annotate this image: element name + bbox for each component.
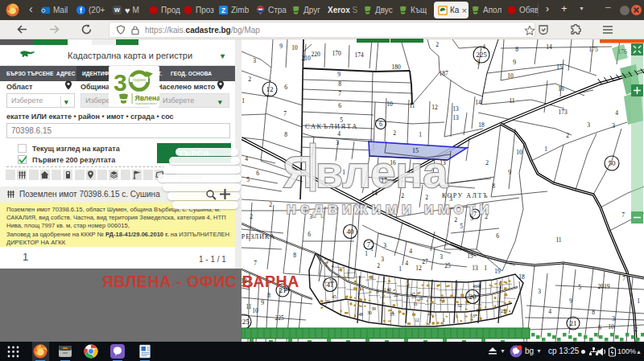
svg-text:6: 6 (338, 102, 341, 109)
svg-text:174: 174 (354, 51, 364, 59)
svg-text:210: 210 (301, 55, 311, 62)
svg-text:7: 7 (254, 260, 257, 267)
svg-text:225: 225 (242, 318, 250, 326)
svg-text:14: 14 (546, 43, 552, 51)
svg-text:8: 8 (377, 289, 379, 294)
svg-text:4: 4 (332, 264, 334, 269)
svg-text:6: 6 (496, 232, 499, 240)
svg-text:1: 1 (484, 265, 487, 272)
svg-text:9: 9 (261, 299, 264, 306)
svg-text:2: 2 (454, 216, 457, 224)
svg-text:8: 8 (592, 309, 595, 316)
svg-text:25: 25 (427, 311, 432, 316)
svg-text:8: 8 (293, 252, 296, 259)
svg-text:7: 7 (621, 211, 625, 219)
svg-text:3: 3 (253, 57, 256, 64)
svg-text:11: 11 (555, 236, 561, 244)
svg-text:3: 3 (612, 122, 615, 129)
svg-text:W: W (114, 6, 120, 14)
svg-text:11: 11 (409, 102, 415, 109)
svg-text:12: 12 (266, 85, 274, 93)
svg-text:7: 7 (283, 110, 287, 117)
svg-text:40: 40 (347, 228, 355, 236)
svg-text:13: 13 (452, 114, 459, 121)
svg-text:7: 7 (338, 90, 341, 97)
svg-text:39: 39 (476, 308, 481, 313)
svg-text:Явлена: Явлена (283, 146, 449, 197)
svg-text:1: 1 (365, 250, 368, 257)
svg-text:Явлена: Явлена (135, 94, 160, 102)
svg-text:30: 30 (367, 310, 372, 315)
svg-text:недвижими имоти: недвижими имоти (287, 199, 493, 217)
svg-text:9: 9 (279, 43, 283, 50)
svg-text:2: 2 (393, 129, 396, 137)
svg-text:5: 5 (246, 176, 250, 183)
svg-text:1: 1 (242, 97, 245, 105)
svg-text:3: 3 (381, 256, 384, 263)
svg-text:2: 2 (485, 159, 489, 166)
svg-text:11: 11 (509, 97, 514, 105)
svg-text:41: 41 (327, 281, 334, 289)
svg-text:15: 15 (467, 252, 473, 260)
svg-text:220: 220 (311, 51, 320, 58)
svg-text:2: 2 (436, 41, 439, 48)
svg-text:6: 6 (598, 324, 601, 331)
svg-text:6: 6 (392, 310, 394, 315)
svg-text:2: 2 (634, 326, 638, 333)
svg-text:недвижими имоти: недвижими имоти (135, 102, 157, 105)
svg-text:ЕРЕЗЛИКА: ЕРЕЗЛИКА (242, 233, 275, 240)
svg-text:1: 1 (637, 297, 640, 305)
svg-text:225: 225 (476, 51, 487, 59)
svg-text:31: 31 (359, 286, 364, 291)
svg-text:12: 12 (415, 265, 422, 272)
svg-text:39: 39 (371, 306, 376, 311)
svg-text:7: 7 (622, 275, 625, 282)
svg-text:53: 53 (470, 314, 475, 318)
svg-text:13: 13 (472, 265, 478, 272)
svg-text:10: 10 (608, 323, 614, 330)
svg-text:25: 25 (501, 309, 506, 314)
svg-text:9: 9 (513, 59, 516, 66)
svg-text:12: 12 (431, 104, 438, 111)
svg-text:2: 2 (566, 132, 569, 139)
svg-text:8: 8 (267, 292, 270, 299)
svg-text:11: 11 (413, 302, 418, 306)
svg-text:2: 2 (269, 201, 272, 208)
svg-text:3: 3 (371, 275, 374, 280)
svg-text:8: 8 (492, 183, 495, 190)
svg-text:3: 3 (538, 288, 541, 295)
svg-text:27: 27 (422, 258, 428, 265)
svg-text:4: 4 (409, 248, 412, 255)
svg-text:6: 6 (379, 121, 382, 128)
svg-text:175: 175 (588, 46, 598, 53)
svg-text:8: 8 (284, 131, 287, 138)
svg-text:20: 20 (325, 299, 330, 304)
svg-text:6: 6 (308, 231, 311, 238)
svg-text:3: 3 (440, 253, 443, 260)
svg-text:13: 13 (452, 105, 459, 113)
svg-text:САКЪЛИЯТА: САКЪЛИЯТА (305, 122, 358, 130)
svg-text:8: 8 (338, 80, 341, 88)
svg-text:3: 3 (336, 139, 339, 146)
svg-text:8: 8 (515, 46, 518, 53)
svg-text:2: 2 (443, 318, 445, 322)
svg-text:6: 6 (284, 84, 287, 91)
svg-text:години: години (133, 77, 146, 82)
svg-text:Z: Z (221, 7, 225, 14)
svg-text:170: 170 (332, 50, 341, 57)
svg-text:25: 25 (440, 297, 444, 302)
svg-text:1: 1 (398, 265, 402, 273)
svg-text:2: 2 (250, 213, 253, 220)
svg-text:20: 20 (469, 293, 477, 301)
svg-text:3: 3 (114, 69, 127, 96)
svg-text:4: 4 (548, 308, 551, 315)
svg-text:11: 11 (246, 303, 251, 310)
svg-text:11: 11 (419, 296, 423, 301)
svg-text:15: 15 (556, 64, 563, 71)
svg-text:40: 40 (386, 287, 391, 292)
svg-text:3: 3 (383, 242, 386, 249)
svg-text:50: 50 (609, 159, 617, 167)
svg-text:2019: 2019 (598, 283, 610, 290)
svg-text:187: 187 (439, 70, 448, 77)
svg-text:18: 18 (478, 121, 485, 129)
